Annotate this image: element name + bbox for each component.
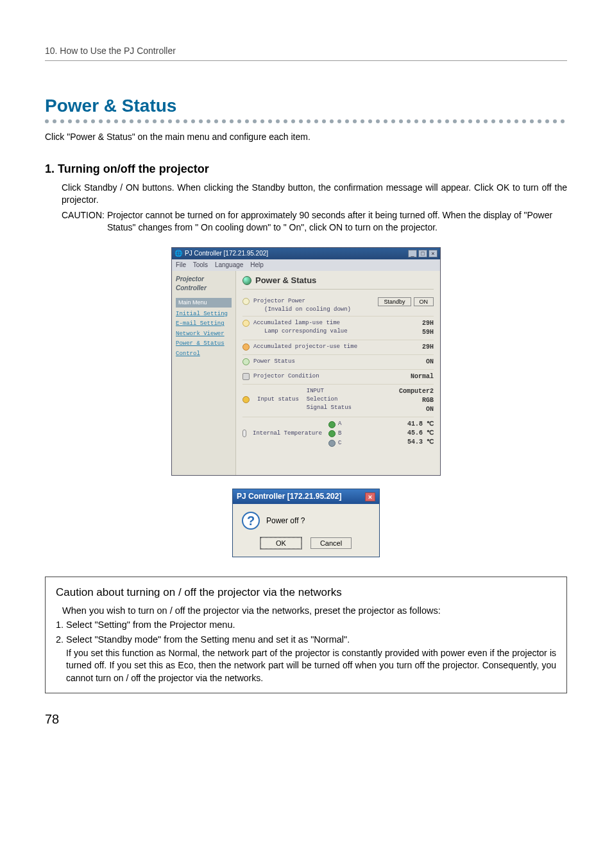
projector-power-note: (Invalid on cooling down) [264, 306, 351, 314]
temp-b-label: B [338, 430, 341, 438]
sidebar-item-initial-setting[interactable]: Initial Setting [176, 310, 232, 318]
main-pane: Power & Status Projector Power (Invalid … [236, 271, 440, 475]
menubar: File Tools Language Help [172, 259, 440, 271]
menu-file[interactable]: File [176, 261, 186, 268]
temp-dot-b-icon [328, 430, 336, 437]
on-button[interactable]: ON [414, 297, 434, 306]
network-caution-box: Caution about turning on / off the proje… [45, 577, 567, 693]
projector-condition-label: Projector Condition [253, 372, 319, 381]
caution-label: CAUTION: [62, 209, 105, 234]
input-status-label: Input status [257, 395, 299, 404]
lamp-corresponding-label: Lamp corresponding value [264, 327, 348, 336]
page-title: Power & Status [45, 93, 567, 118]
power-icon [242, 298, 250, 305]
input-sub-input: INPUT [307, 387, 352, 395]
temp-a-value: 41.8 ℃ [407, 420, 434, 429]
standby-button[interactable]: Standby [378, 297, 411, 306]
sub1-paragraph: Click Standby / ON buttons. When clickin… [62, 182, 567, 207]
power-off-dialog: PJ Controller [172.21.95.202] × ? Power … [232, 489, 380, 557]
temp-c-value: 54.3 ℃ [407, 438, 434, 447]
dialog-ok-button[interactable]: OK [260, 537, 302, 549]
close-button[interactable]: × [429, 250, 438, 257]
projector-power-label: Projector Power [253, 298, 305, 304]
temp-dot-c-icon [328, 440, 336, 447]
lamp-corresponding-value: 59H [422, 328, 434, 337]
clock-icon [242, 343, 250, 351]
thermometer-icon [242, 430, 246, 437]
caution-box-item-2: 2. Select "Standby mode" from the Settin… [56, 633, 556, 646]
magnifier-icon [242, 358, 250, 365]
sidebar-item-control[interactable]: Control [176, 350, 232, 358]
sidebar-item-email-setting[interactable]: E-mail Setting [176, 320, 232, 328]
input-value-input: Computer2 [399, 387, 434, 396]
dialog-cancel-button[interactable]: Cancel [310, 537, 352, 549]
window-title: PJ Controller [172.21.95.202] [185, 249, 268, 258]
lamp-use-value: 29H [422, 319, 434, 328]
projector-icon [242, 373, 250, 380]
sidebar: Projector Controller Main Menu Initial S… [172, 271, 236, 475]
subheading-1: 1. Turning on/off the projector [45, 161, 567, 177]
input-icon [242, 396, 250, 403]
dialog-close-button[interactable]: × [365, 492, 375, 501]
question-icon: ? [242, 512, 260, 530]
temp-c-label: C [338, 439, 341, 447]
projector-use-label: Accumulated projector-use time [253, 343, 357, 351]
minimize-button[interactable]: _ [408, 250, 417, 257]
pane-title-text: Power & Status [255, 275, 316, 286]
pj-controller-window: 🌐 PJ Controller [172.21.95.202] _ □ × Fi… [171, 247, 441, 476]
sidebar-logo: Projector Controller [176, 275, 232, 293]
temp-dot-a-icon [328, 421, 336, 428]
title-rule [45, 119, 567, 123]
dialog-message: Power off ? [266, 516, 305, 526]
menu-help[interactable]: Help [250, 261, 264, 268]
input-sub-signal: Signal Status [307, 404, 352, 412]
caution-text: Projector cannot be turned on for approx… [105, 209, 567, 234]
projector-use-value: 29H [422, 343, 434, 352]
projector-condition-value: Normal [411, 372, 434, 381]
intro-text: Click "Power & Status" on the main menu … [45, 131, 567, 144]
caution-box-item-1: 1. Select "Setting" from the Projector m… [56, 618, 556, 631]
maximize-button[interactable]: □ [418, 250, 427, 257]
globe-icon [242, 276, 251, 285]
power-status-label: Power Status [253, 358, 295, 366]
caution-box-continuation: If you set this function as Normal, the … [66, 647, 556, 685]
menu-language[interactable]: Language [215, 261, 244, 268]
sidebar-main-menu-label: Main Menu [176, 298, 232, 308]
temp-a-label: A [338, 420, 341, 428]
menu-tools[interactable]: Tools [193, 261, 208, 268]
sidebar-item-network-viewer[interactable]: Network Viewer [176, 330, 232, 338]
pane-title: Power & Status [242, 275, 434, 290]
app-icon: 🌐 [174, 249, 182, 258]
breadcrumb: 10. How to Use the PJ Controller [45, 45, 567, 61]
lamp-use-label: Accumulated lamp-use time [253, 320, 340, 326]
power-status-value: ON [426, 358, 434, 367]
input-sub-selection: Selection [307, 395, 352, 404]
input-value-signal: ON [399, 405, 434, 414]
page-number: 78 [45, 710, 567, 728]
window-titlebar: 🌐 PJ Controller [172.21.95.202] _ □ × [172, 248, 440, 259]
caution-box-heading: Caution about turning on / off the proje… [56, 585, 556, 600]
internal-temperature-label: Internal Temperature [253, 430, 322, 438]
input-value-selection: RGB [399, 396, 434, 405]
lamp-icon [242, 320, 250, 327]
dialog-title: PJ Controller [172.21.95.202] [237, 491, 341, 502]
temp-b-value: 45.6 ℃ [407, 429, 434, 438]
caution-box-lead: When you wish to turn on / off the proje… [62, 604, 556, 617]
sidebar-item-power-status[interactable]: Power & Status [176, 340, 232, 348]
